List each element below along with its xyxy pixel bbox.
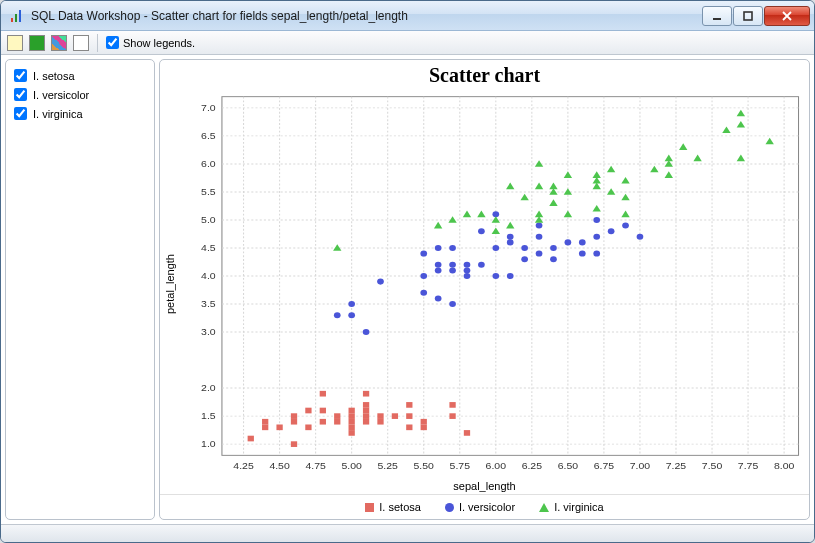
svg-text:1.5: 1.5 bbox=[201, 410, 216, 420]
svg-text:6.00: 6.00 bbox=[486, 460, 507, 470]
sidebar-series-label: I. setosa bbox=[33, 70, 75, 82]
titlebar: SQL Data Workshop - Scatter chart for fi… bbox=[1, 1, 814, 31]
svg-point-115 bbox=[464, 262, 471, 268]
svg-text:1.0: 1.0 bbox=[201, 438, 216, 448]
svg-point-136 bbox=[593, 217, 600, 223]
svg-rect-75 bbox=[334, 413, 340, 419]
svg-point-129 bbox=[550, 256, 557, 262]
svg-point-114 bbox=[464, 267, 471, 273]
svg-text:5.0: 5.0 bbox=[201, 214, 216, 224]
svg-point-124 bbox=[521, 256, 528, 262]
svg-rect-81 bbox=[363, 419, 369, 425]
svg-text:6.25: 6.25 bbox=[522, 460, 543, 470]
app-window: SQL Data Workshop - Scatter chart for fi… bbox=[0, 0, 815, 543]
sidebar-series-checkbox[interactable] bbox=[14, 69, 27, 82]
svg-point-119 bbox=[492, 245, 499, 251]
svg-rect-79 bbox=[349, 413, 355, 419]
plot-area: 4.254.504.755.005.255.505.756.006.256.50… bbox=[180, 91, 809, 478]
svg-point-135 bbox=[593, 234, 600, 240]
series-sidebar: I. setosaI. versicolorI. virginica bbox=[5, 59, 155, 520]
bottom-legend: I. setosaI. versicolorI. virginica bbox=[160, 494, 809, 519]
svg-rect-63 bbox=[262, 424, 268, 430]
svg-point-100 bbox=[363, 329, 370, 335]
svg-rect-1 bbox=[15, 14, 17, 22]
svg-text:8.00: 8.00 bbox=[774, 460, 795, 470]
svg-rect-69 bbox=[305, 424, 311, 430]
svg-text:5.75: 5.75 bbox=[450, 460, 471, 470]
svg-point-126 bbox=[536, 251, 543, 257]
svg-point-116 bbox=[478, 262, 485, 268]
svg-point-117 bbox=[478, 228, 485, 234]
circle-icon bbox=[445, 503, 454, 512]
legend-item: I. versicolor bbox=[445, 501, 515, 513]
svg-point-123 bbox=[507, 234, 514, 240]
svg-point-110 bbox=[449, 267, 456, 273]
svg-rect-4 bbox=[744, 12, 752, 20]
svg-rect-94 bbox=[449, 413, 455, 419]
svg-text:5.5: 5.5 bbox=[201, 186, 216, 196]
svg-rect-0 bbox=[11, 18, 13, 22]
svg-rect-88 bbox=[392, 413, 398, 419]
show-legends-label: Show legends. bbox=[123, 37, 195, 49]
toolbar-swatch-4[interactable] bbox=[73, 35, 89, 51]
body: I. setosaI. versicolorI. virginica Scatt… bbox=[1, 55, 814, 524]
svg-text:4.25: 4.25 bbox=[233, 460, 254, 470]
svg-text:4.75: 4.75 bbox=[305, 460, 326, 470]
svg-rect-96 bbox=[464, 430, 470, 436]
svg-rect-82 bbox=[363, 413, 369, 419]
sidebar-series-item[interactable]: I. versicolor bbox=[12, 85, 148, 104]
legend-item: I. setosa bbox=[365, 501, 421, 513]
svg-text:6.0: 6.0 bbox=[201, 158, 216, 168]
svg-point-137 bbox=[608, 228, 615, 234]
svg-rect-70 bbox=[305, 408, 311, 414]
svg-point-122 bbox=[507, 239, 514, 245]
svg-rect-90 bbox=[406, 413, 412, 419]
sidebar-series-checkbox[interactable] bbox=[14, 107, 27, 120]
show-legends-checkbox[interactable] bbox=[106, 36, 119, 49]
app-icon bbox=[9, 8, 25, 24]
svg-point-97 bbox=[334, 312, 341, 318]
svg-point-99 bbox=[348, 301, 355, 307]
maximize-button[interactable] bbox=[733, 6, 763, 26]
sidebar-series-item[interactable]: I. virginica bbox=[12, 104, 148, 123]
svg-text:7.25: 7.25 bbox=[666, 460, 687, 470]
toolbar-swatch-2[interactable] bbox=[29, 35, 45, 51]
svg-point-112 bbox=[449, 245, 456, 251]
close-button[interactable] bbox=[764, 6, 810, 26]
statusbar bbox=[1, 524, 814, 542]
chart-panel: Scatter chart petal_length 4.254.504.755… bbox=[159, 59, 810, 520]
show-legends-toggle[interactable]: Show legends. bbox=[106, 36, 195, 49]
svg-point-121 bbox=[507, 273, 514, 279]
svg-text:6.50: 6.50 bbox=[558, 460, 579, 470]
svg-text:3.5: 3.5 bbox=[201, 298, 216, 308]
legend-label: I. virginica bbox=[554, 501, 604, 513]
window-title: SQL Data Workshop - Scatter chart for fi… bbox=[31, 9, 702, 23]
svg-rect-87 bbox=[377, 413, 383, 419]
svg-point-106 bbox=[435, 267, 442, 273]
svg-text:5.50: 5.50 bbox=[414, 460, 435, 470]
toolbar-swatch-3[interactable] bbox=[51, 35, 67, 51]
svg-text:5.00: 5.00 bbox=[341, 460, 362, 470]
svg-point-133 bbox=[579, 239, 586, 245]
sidebar-series-checkbox[interactable] bbox=[14, 88, 27, 101]
minimize-button[interactable] bbox=[702, 6, 732, 26]
svg-rect-95 bbox=[449, 402, 455, 408]
svg-text:7.00: 7.00 bbox=[630, 460, 651, 470]
svg-point-130 bbox=[550, 245, 557, 251]
svg-rect-74 bbox=[334, 419, 340, 425]
legend-label: I. versicolor bbox=[459, 501, 515, 513]
svg-rect-62 bbox=[248, 436, 254, 442]
svg-rect-64 bbox=[262, 419, 268, 425]
svg-text:3.0: 3.0 bbox=[201, 326, 216, 336]
svg-point-108 bbox=[435, 245, 442, 251]
svg-point-103 bbox=[420, 273, 427, 279]
svg-rect-83 bbox=[363, 408, 369, 414]
svg-rect-91 bbox=[406, 402, 412, 408]
triangle-icon bbox=[539, 503, 549, 512]
svg-text:6.5: 6.5 bbox=[201, 130, 216, 140]
sidebar-series-item[interactable]: I. setosa bbox=[12, 66, 148, 85]
toolbar-swatch-1[interactable] bbox=[7, 35, 23, 51]
svg-point-107 bbox=[435, 262, 442, 268]
sidebar-series-label: I. versicolor bbox=[33, 89, 89, 101]
svg-rect-71 bbox=[320, 419, 326, 425]
